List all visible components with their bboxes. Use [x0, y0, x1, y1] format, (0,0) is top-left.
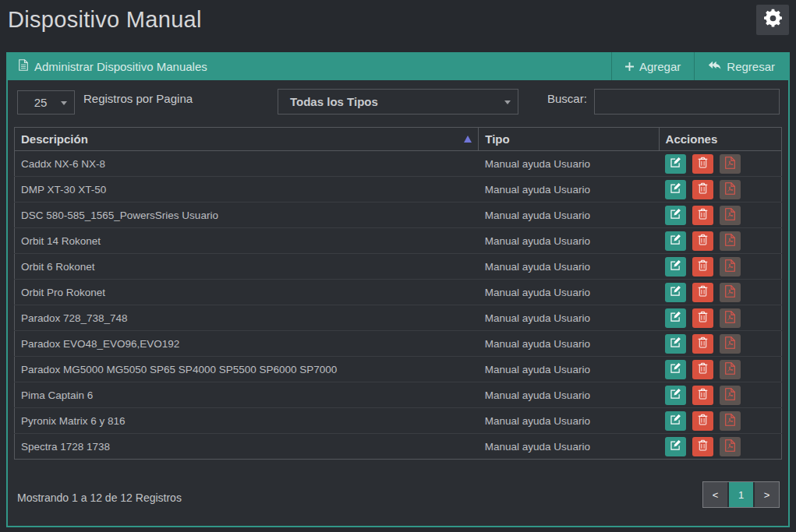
table-row: Paradox 728_738_748 Manual ayuda Usuario	[15, 305, 782, 331]
edit-button[interactable]	[665, 437, 686, 456]
delete-button[interactable]	[692, 386, 713, 405]
pdf-button[interactable]	[720, 231, 741, 251]
column-header-label: Tipo	[485, 132, 509, 146]
pencil-square-icon	[670, 362, 681, 376]
delete-button[interactable]	[692, 206, 713, 225]
table-row: Orbit 6 Rokonet Manual ayuda Usuario	[15, 254, 782, 280]
type-filter-select[interactable]: Todas los Tipos	[278, 89, 518, 115]
trash-icon	[698, 234, 708, 248]
back-button[interactable]: Regresar	[694, 52, 788, 80]
column-header-descripcion[interactable]: Descripción	[15, 128, 479, 151]
pagination-prev-button[interactable]: <	[703, 482, 727, 507]
back-button-label: Regresar	[727, 60, 775, 73]
trash-icon	[698, 182, 708, 196]
cell-acciones	[659, 228, 781, 254]
edit-button[interactable]	[665, 154, 686, 174]
trash-icon	[698, 259, 708, 273]
file-pdf-icon	[725, 182, 735, 197]
reply-all-icon	[708, 60, 721, 73]
pencil-square-icon	[670, 414, 681, 428]
pdf-button[interactable]	[720, 283, 741, 302]
cell-descripcion: Caddx NX-6 NX-8	[15, 151, 479, 177]
file-text-icon	[19, 59, 28, 73]
pdf-button[interactable]	[720, 180, 741, 199]
cell-acciones	[659, 408, 781, 434]
column-header-acciones[interactable]: Acciones	[659, 128, 781, 151]
panel-header-actions: Agregar Regresar	[611, 52, 788, 80]
records-info: Mostrando 1 a 12 de 12 Registros	[17, 491, 182, 504]
table-row: Pyronix Matrix 6 y 816 Manual ayuda Usua…	[15, 408, 782, 434]
cell-tipo: Manual ayuda Usuario	[479, 331, 659, 357]
pdf-button[interactable]	[720, 308, 741, 328]
delete-button[interactable]	[692, 283, 713, 302]
pagination-page-1-button[interactable]: 1	[729, 482, 753, 507]
panel-footer: Mostrando 1 a 12 de 12 Registros < 1 >	[8, 471, 788, 526]
pdf-button[interactable]	[720, 360, 741, 379]
pdf-button[interactable]	[720, 386, 741, 405]
trash-icon	[698, 414, 708, 428]
cell-tipo: Manual ayuda Usuario	[479, 382, 659, 408]
pdf-button[interactable]	[720, 437, 741, 456]
file-pdf-icon	[725, 439, 735, 454]
page-size-select[interactable]: 25	[17, 90, 75, 115]
file-pdf-icon	[725, 285, 735, 300]
search-label: Buscar:	[547, 92, 587, 105]
edit-button[interactable]	[665, 411, 686, 431]
cell-descripcion: Orbit 14 Rokonet	[15, 228, 479, 254]
pencil-square-icon	[670, 311, 681, 325]
pencil-square-icon	[670, 259, 681, 273]
delete-button[interactable]	[692, 257, 713, 277]
pdf-button[interactable]	[720, 206, 741, 225]
cell-acciones	[659, 331, 781, 357]
cell-descripcion: Spectra 1728 1738	[15, 434, 479, 460]
pdf-button[interactable]	[720, 257, 741, 277]
cell-tipo: Manual ayuda Usuario	[479, 203, 659, 228]
cell-descripcion: Paradox EVO48_EVO96,EVO192	[15, 331, 479, 357]
pencil-square-icon	[670, 234, 681, 248]
edit-button[interactable]	[665, 308, 686, 328]
cell-tipo: Manual ayuda Usuario	[479, 357, 659, 382]
edit-button[interactable]	[665, 334, 686, 354]
edit-button[interactable]	[665, 386, 686, 405]
cell-acciones	[659, 177, 781, 203]
table-row: Paradox EVO48_EVO96,EVO192 Manual ayuda …	[15, 331, 782, 357]
page-size-value: 25	[34, 96, 48, 109]
cell-acciones	[659, 203, 781, 228]
column-header-tipo[interactable]: Tipo	[479, 128, 659, 151]
edit-button[interactable]	[665, 360, 686, 379]
pencil-square-icon	[670, 388, 681, 402]
trash-icon	[698, 388, 708, 402]
pdf-button[interactable]	[720, 334, 741, 354]
edit-button[interactable]	[665, 283, 686, 302]
pdf-button[interactable]	[720, 154, 741, 174]
delete-button[interactable]	[692, 231, 713, 251]
file-pdf-icon	[725, 362, 735, 377]
cell-tipo: Manual ayuda Usuario	[479, 151, 659, 177]
cell-tipo: Manual ayuda Usuario	[479, 408, 659, 434]
search-input[interactable]	[594, 89, 780, 115]
plus-icon	[625, 60, 634, 73]
pagination-next-button[interactable]: >	[755, 482, 779, 507]
table-row: Orbit 14 Rokonet Manual ayuda Usuario	[15, 228, 782, 254]
delete-button[interactable]	[692, 411, 713, 431]
delete-button[interactable]	[692, 154, 713, 174]
add-button[interactable]: Agregar	[611, 52, 694, 80]
delete-button[interactable]	[692, 360, 713, 379]
table-row: Caddx NX-6 NX-8 Manual ayuda Usuario	[15, 151, 782, 177]
edit-button[interactable]	[665, 231, 686, 251]
delete-button[interactable]	[692, 334, 713, 354]
pdf-button[interactable]	[720, 411, 741, 431]
settings-button[interactable]	[756, 5, 789, 35]
delete-button[interactable]	[692, 180, 713, 199]
delete-button[interactable]	[692, 308, 713, 328]
edit-button[interactable]	[665, 206, 686, 225]
filter-bar: 25 Registros por Pagina Todas los Tipos …	[8, 80, 788, 116]
edit-button[interactable]	[665, 180, 686, 199]
devices-table-wrap: Descripción Tipo Acciones Caddx NX-6 NX-…	[14, 127, 782, 460]
file-pdf-icon	[725, 208, 735, 223]
gear-icon	[762, 8, 784, 32]
pencil-square-icon	[670, 157, 681, 171]
trash-icon	[698, 157, 708, 171]
delete-button[interactable]	[692, 437, 713, 456]
edit-button[interactable]	[665, 257, 686, 277]
